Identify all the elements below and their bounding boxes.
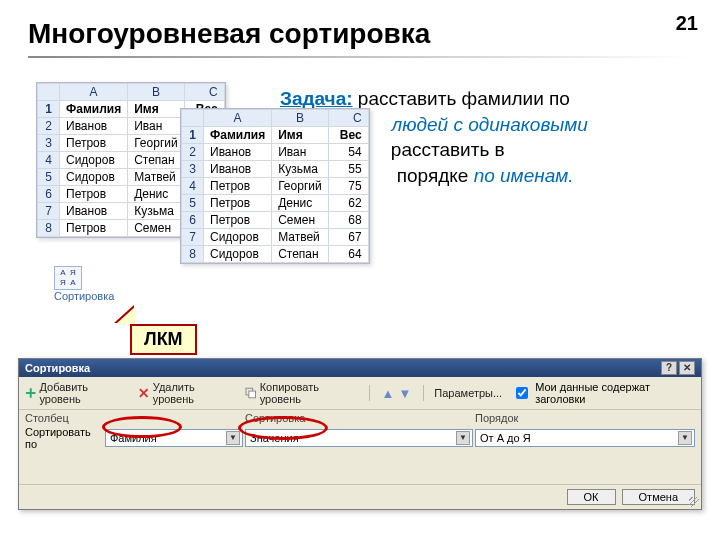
copy-level-icon xyxy=(245,387,256,399)
delete-level-icon xyxy=(138,387,149,399)
svg-rect-1 xyxy=(26,392,36,394)
column-combo[interactable]: Фамилия▼ xyxy=(105,429,243,447)
sort-level-row: Сортировать по Фамилия▼ Значения▼ От А д… xyxy=(19,424,701,456)
copy-level-button[interactable]: Копировать уровень xyxy=(245,381,358,405)
move-up-icon[interactable]: ▲ xyxy=(380,386,397,401)
headers-checkbox[interactable]: Мои данные содержат заголовки xyxy=(512,381,695,405)
sort-ribbon-button[interactable]: АЯЯА Сортировка xyxy=(54,266,114,302)
cancel-button[interactable]: Отмена xyxy=(622,489,695,505)
ok-button[interactable]: ОК xyxy=(567,489,616,505)
order-combo[interactable]: От А до Я▼ xyxy=(475,429,695,447)
move-buttons[interactable]: ▲▼ xyxy=(380,386,414,401)
chevron-down-icon: ▼ xyxy=(226,431,240,445)
move-down-icon[interactable]: ▼ xyxy=(396,386,413,401)
dialog-footer: ОК Отмена xyxy=(19,484,701,509)
dialog-toolbar: Добавить уровень Удалить уровень Копиров… xyxy=(19,377,701,410)
spreadsheet-after: ABC1ФамилияИмяВес2ИвановИван543ИвановКуз… xyxy=(180,108,370,264)
task-label: Задача: xyxy=(280,88,353,109)
close-button[interactable]: ✕ xyxy=(679,361,695,375)
svg-rect-5 xyxy=(249,391,256,398)
dialog-column-headers: Столбец Сортировка Порядок xyxy=(19,410,701,424)
sort-icon: АЯЯА xyxy=(54,266,82,290)
slide-title: Многоуровневая сортировка xyxy=(28,18,692,50)
help-button[interactable]: ? xyxy=(661,361,677,375)
resize-grip[interactable] xyxy=(689,497,699,507)
add-level-button[interactable]: Добавить уровень xyxy=(25,381,128,405)
chevron-down-icon: ▼ xyxy=(456,431,470,445)
headers-checkbox-input[interactable] xyxy=(516,387,528,399)
sorton-combo[interactable]: Значения▼ xyxy=(245,429,473,447)
sort-by-label: Сортировать по xyxy=(25,426,105,450)
sort-ribbon-label: Сортировка xyxy=(54,290,114,302)
page-number: 21 xyxy=(676,12,698,35)
chevron-down-icon: ▼ xyxy=(678,431,692,445)
params-button[interactable]: Параметры... xyxy=(434,387,502,399)
dialog-titlebar: Сортировка ? ✕ xyxy=(19,359,701,377)
sort-dialog: Сортировка ? ✕ Добавить уровень Удалить … xyxy=(18,358,702,510)
callout-lkm: ЛКМ xyxy=(130,324,197,355)
delete-level-button[interactable]: Удалить уровень xyxy=(138,381,235,405)
title-rule xyxy=(28,56,692,58)
add-level-icon xyxy=(25,387,36,399)
dialog-title: Сортировка xyxy=(25,362,90,374)
